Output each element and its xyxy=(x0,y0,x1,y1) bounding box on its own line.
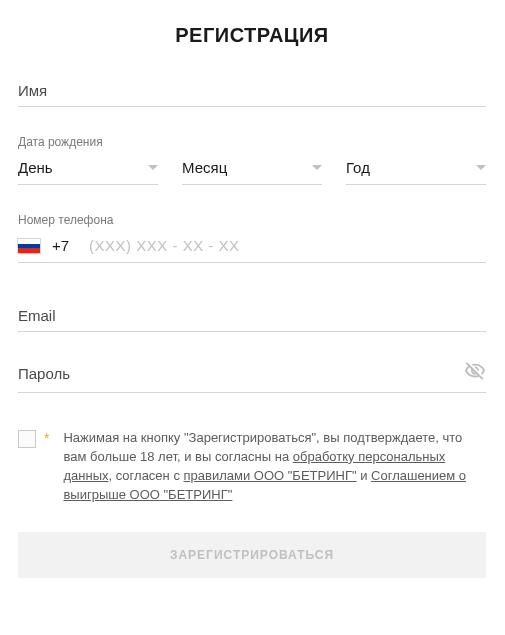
country-code: +7 xyxy=(52,237,77,254)
russia-flag-icon[interactable] xyxy=(18,239,40,253)
dob-month-label: Месяц xyxy=(182,159,227,176)
password-input[interactable] xyxy=(18,365,464,382)
dob-day-select[interactable]: День xyxy=(18,155,158,185)
email-field-row xyxy=(18,307,486,332)
rules-link[interactable]: правилами ООО "БЕТРИНГ" xyxy=(184,468,357,483)
agreement-text-mid1: , согласен с xyxy=(108,468,183,483)
agreement-text: Нажимая на кнопку "Зарегистрироваться", … xyxy=(63,429,486,504)
dob-year-label: Год xyxy=(346,159,370,176)
dob-day-label: День xyxy=(18,159,53,176)
dob-year-select[interactable]: Год xyxy=(346,155,486,185)
agreement-row: * Нажимая на кнопку "Зарегистрироваться"… xyxy=(18,429,486,504)
agreement-text-mid2: и xyxy=(357,468,372,483)
phone-input[interactable] xyxy=(89,237,486,254)
chevron-down-icon xyxy=(476,165,486,170)
dob-row: День Месяц Год xyxy=(18,155,486,185)
email-input[interactable] xyxy=(18,307,486,324)
name-field-row xyxy=(18,82,486,107)
phone-section: Номер телефона +7 xyxy=(18,213,486,263)
page-title: РЕГИСТРАЦИЯ xyxy=(82,24,422,47)
dob-label: Дата рождения xyxy=(18,135,486,149)
name-input[interactable] xyxy=(18,82,486,99)
submit-button[interactable]: ЗАРЕГИСТРИРОВАТЬСЯ xyxy=(18,532,486,578)
phone-row: +7 xyxy=(18,237,486,263)
required-asterisk: * xyxy=(44,430,49,446)
phone-label: Номер телефона xyxy=(18,213,486,227)
agreement-checkbox[interactable] xyxy=(18,430,36,448)
dob-month-select[interactable]: Месяц xyxy=(182,155,322,185)
password-field-row xyxy=(18,360,486,393)
dob-section: Дата рождения День Месяц Год xyxy=(18,135,486,185)
registration-form: РЕГИСТРАЦИЯ Дата рождения День Месяц Год… xyxy=(18,24,486,578)
chevron-down-icon xyxy=(312,165,322,170)
toggle-password-visibility-icon[interactable] xyxy=(464,360,486,386)
chevron-down-icon xyxy=(148,165,158,170)
